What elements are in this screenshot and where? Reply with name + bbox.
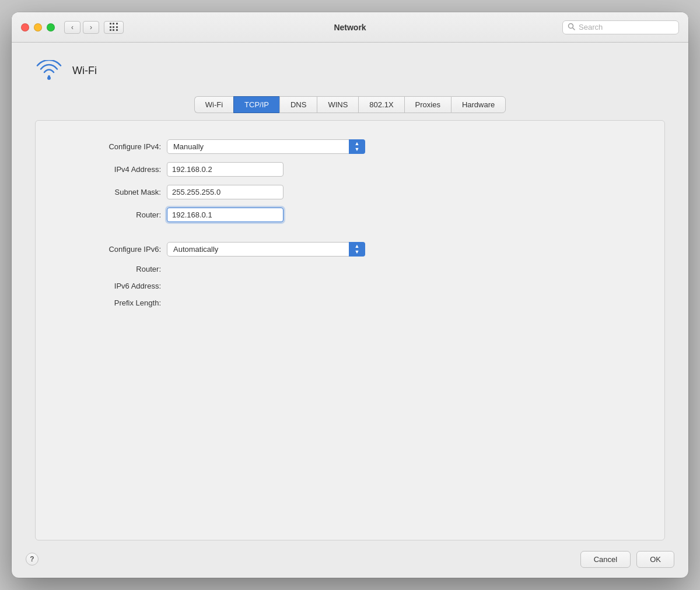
tab-tcpip[interactable]: TCP/IP — [233, 96, 279, 113]
tab-proxies[interactable]: Proxies — [404, 96, 451, 113]
ok-button[interactable]: OK — [636, 551, 674, 568]
configure-ipv6-select-wrapper: Automatically Manually Off ▲ ▼ — [167, 242, 365, 257]
wifi-icon — [35, 57, 63, 85]
subnet-mask-row: Subnet Mask: — [59, 185, 641, 199]
configure-ipv6-row: Configure IPv6: Automatically Manually O… — [59, 242, 641, 257]
close-button[interactable] — [21, 23, 29, 31]
router-input[interactable] — [167, 208, 284, 222]
maximize-button[interactable] — [47, 23, 55, 31]
tab-bar: Wi-Fi TCP/IP DNS WINS 802.1X Proxies Har… — [35, 96, 665, 113]
tab-wifi[interactable]: Wi-Fi — [194, 96, 233, 113]
configure-ipv4-row: Configure IPv4: Manually Using DHCP Usin… — [59, 139, 641, 154]
minimize-button[interactable] — [34, 23, 42, 31]
tab-hardware[interactable]: Hardware — [451, 96, 506, 113]
traffic-lights — [21, 23, 55, 31]
search-icon — [568, 23, 575, 32]
grid-icon — [110, 23, 118, 31]
search-input[interactable] — [579, 23, 674, 31]
router6-label: Router: — [59, 265, 167, 273]
ipv6-address-label: IPv6 Address: — [59, 282, 167, 290]
subnet-mask-label: Subnet Mask: — [59, 188, 167, 196]
ipv6-section: Configure IPv6: Automatically Manually O… — [59, 242, 641, 315]
prefix-length-label: Prefix Length: — [59, 298, 167, 307]
router-row: Router: — [59, 208, 641, 222]
configure-ipv6-select[interactable]: Automatically Manually Off — [167, 242, 365, 257]
forward-button[interactable]: › — [83, 21, 99, 34]
svg-point-2 — [47, 76, 51, 80]
ipv4-address-row: IPv4 Address: — [59, 162, 641, 177]
search-bar — [562, 20, 679, 34]
titlebar: ‹ › Network — [12, 12, 688, 43]
window-title: Network — [334, 23, 366, 32]
ipv4-section: Configure IPv4: Manually Using DHCP Usin… — [59, 139, 641, 230]
svg-line-1 — [573, 28, 575, 30]
configure-ipv4-select-wrapper: Manually Using DHCP Using DHCP with manu… — [167, 139, 365, 154]
svg-point-0 — [569, 23, 573, 28]
network-window: ‹ › Network — [12, 12, 688, 578]
prefix-length-row: Prefix Length: — [59, 298, 641, 307]
back-button[interactable]: ‹ — [64, 21, 80, 34]
ipv4-address-label: IPv4 Address: — [59, 165, 167, 174]
configure-ipv6-label: Configure IPv6: — [59, 245, 167, 254]
tab-8021x[interactable]: 802.1X — [358, 96, 404, 113]
settings-panel: Configure IPv4: Manually Using DHCP Usin… — [35, 120, 665, 540]
bottom-bar: ? Cancel OK — [12, 540, 688, 578]
dialog-buttons: Cancel OK — [580, 551, 674, 568]
subnet-mask-input[interactable] — [167, 185, 284, 199]
section-separator — [59, 230, 641, 242]
ipv4-address-input[interactable] — [167, 162, 284, 177]
ipv6-address-row: IPv6 Address: — [59, 282, 641, 290]
tab-dns[interactable]: DNS — [279, 96, 317, 113]
cancel-button[interactable]: Cancel — [580, 551, 631, 568]
help-button[interactable]: ? — [26, 553, 38, 566]
content-area: Wi-Fi Wi-Fi TCP/IP DNS WINS 802.1X Proxi… — [12, 43, 688, 540]
tab-wins[interactable]: WINS — [317, 96, 358, 113]
router6-row: Router: — [59, 265, 641, 273]
nav-buttons: ‹ › — [64, 21, 99, 34]
wifi-label: Wi-Fi — [72, 65, 97, 77]
grid-button[interactable] — [104, 21, 124, 34]
wifi-header: Wi-Fi — [35, 57, 665, 85]
configure-ipv4-label: Configure IPv4: — [59, 142, 167, 151]
configure-ipv4-select[interactable]: Manually Using DHCP Using DHCP with manu… — [167, 139, 365, 154]
router-label: Router: — [59, 210, 167, 219]
